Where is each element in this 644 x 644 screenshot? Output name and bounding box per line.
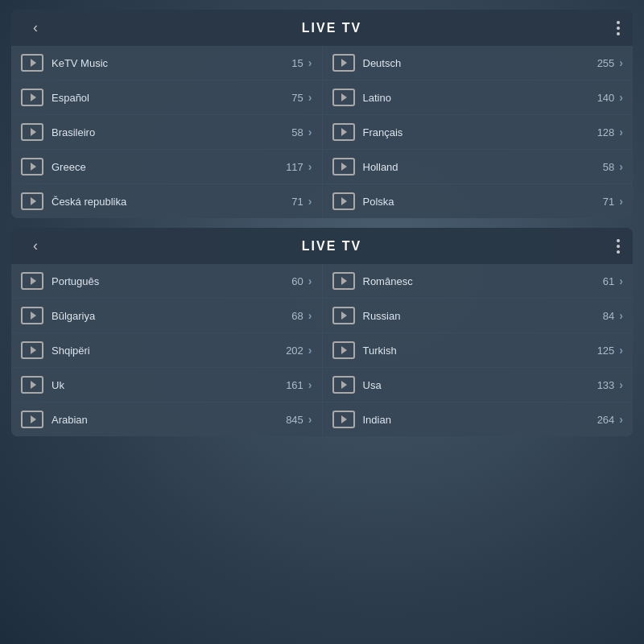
dot	[617, 27, 620, 30]
channel-item[interactable]: Shqipëri 202 ›	[11, 333, 322, 367]
channel-name: Latino	[363, 92, 597, 104]
channel-count: 133	[597, 379, 615, 391]
panel-1-grid: KeTV Music 15 › Deutsch 255 › Español 75…	[11, 46, 633, 218]
tv-icon	[21, 307, 43, 324]
channel-name: Polska	[363, 196, 603, 208]
channel-count: 202	[286, 345, 303, 357]
tv-icon	[21, 341, 43, 359]
channel-item[interactable]: Brasileiro 58 ›	[11, 115, 322, 149]
channel-count: 845	[286, 414, 303, 426]
channel-count: 255	[597, 57, 615, 69]
dot	[617, 245, 620, 248]
chevron-right-icon: ›	[308, 56, 312, 69]
channel-name: Greece	[52, 161, 286, 173]
tv-icon	[332, 376, 355, 394]
channel-name: Holland	[363, 161, 603, 173]
tv-icon	[21, 158, 43, 175]
panel-2: ‹ LIVE TV Português 60 › Românesc 61 › B…	[11, 228, 633, 436]
menu-button-1[interactable]	[617, 21, 620, 35]
channel-count: 125	[597, 345, 615, 357]
channel-count: 71	[603, 196, 614, 208]
channel-name: Español	[52, 92, 291, 104]
channel-name: Bŭlgariya	[52, 310, 291, 322]
tv-icon	[332, 411, 355, 428]
channel-name: Arabian	[52, 414, 286, 426]
channel-name: Shqipëri	[52, 345, 286, 357]
channel-item[interactable]: Uk 161 ›	[11, 368, 322, 402]
tv-icon	[332, 158, 355, 175]
channel-count: 58	[603, 161, 614, 173]
channel-name: Česká republika	[52, 196, 291, 208]
chevron-right-icon: ›	[308, 275, 312, 287]
tv-icon	[332, 54, 355, 72]
chevron-right-icon: ›	[619, 378, 623, 391]
channel-item[interactable]: Turkish 125 ›	[323, 333, 634, 367]
chevron-right-icon: ›	[619, 413, 623, 426]
chevron-right-icon: ›	[308, 160, 312, 173]
channel-item[interactable]: Holland 58 ›	[323, 150, 634, 184]
chevron-right-icon: ›	[619, 275, 623, 287]
channel-name: KeTV Music	[52, 57, 291, 69]
tv-icon	[332, 89, 355, 106]
chevron-right-icon: ›	[619, 56, 623, 69]
channel-name: Deutsch	[363, 57, 597, 69]
tv-icon	[21, 89, 43, 106]
channel-count: 140	[597, 92, 615, 104]
channel-name: Turkish	[363, 345, 597, 357]
panel-1-title: LIVE TV	[47, 21, 617, 35]
tv-icon	[21, 411, 43, 428]
channel-item[interactable]: Français 128 ›	[323, 115, 634, 149]
tv-icon	[332, 341, 355, 359]
channel-item[interactable]: Polska 71 ›	[323, 184, 634, 218]
channel-item[interactable]: Greece 117 ›	[11, 150, 322, 184]
channel-item[interactable]: Românesc 61 ›	[323, 264, 634, 298]
menu-button-2[interactable]	[617, 239, 620, 254]
channel-name: Russian	[363, 310, 603, 322]
channel-item[interactable]: Arabian 845 ›	[11, 402, 322, 436]
channel-item[interactable]: Português 60 ›	[11, 264, 322, 298]
channel-count: 264	[597, 414, 615, 426]
channel-count: 60	[291, 275, 303, 287]
chevron-right-icon: ›	[308, 126, 312, 138]
chevron-right-icon: ›	[619, 160, 623, 173]
tv-icon	[332, 307, 355, 324]
chevron-right-icon: ›	[308, 378, 312, 391]
channel-item[interactable]: Česká republika 71 ›	[11, 184, 322, 218]
dot	[617, 32, 620, 35]
channel-count: 161	[286, 379, 303, 391]
channel-item[interactable]: Russian 84 ›	[323, 299, 634, 332]
chevron-right-icon: ›	[308, 413, 312, 426]
back-button-2[interactable]: ‹	[24, 237, 47, 254]
channel-item[interactable]: Bŭlgariya 68 ›	[11, 299, 322, 332]
dot	[617, 250, 620, 254]
channel-name: Brasileiro	[52, 126, 291, 138]
channel-item[interactable]: Español 75 ›	[11, 80, 322, 114]
panel-2-grid: Português 60 › Românesc 61 › Bŭlgariya 6…	[11, 264, 633, 436]
channel-count: 84	[603, 310, 614, 322]
channel-count: 68	[291, 310, 303, 322]
panel-1: ‹ LIVE TV KeTV Music 15 › Deutsch 255 › …	[11, 10, 633, 218]
tv-icon	[332, 272, 355, 290]
channel-item[interactable]: Usa 133 ›	[323, 368, 634, 402]
channel-item[interactable]: Latino 140 ›	[323, 80, 634, 114]
channel-count: 117	[286, 161, 303, 173]
channel-count: 58	[291, 126, 303, 138]
chevron-right-icon: ›	[308, 309, 312, 322]
channel-name: Usa	[363, 379, 597, 391]
chevron-right-icon: ›	[308, 91, 312, 104]
channel-name: Français	[363, 126, 597, 138]
dot	[617, 21, 620, 24]
panel-2-title: LIVE TV	[47, 239, 617, 254]
chevron-right-icon: ›	[308, 344, 312, 357]
chevron-right-icon: ›	[308, 195, 312, 208]
channel-item[interactable]: Deutsch 255 ›	[323, 46, 634, 80]
back-button-1[interactable]: ‹	[24, 19, 47, 36]
chevron-right-icon: ›	[619, 126, 623, 138]
channel-item[interactable]: Indian 264 ›	[323, 402, 634, 436]
dot	[617, 239, 620, 242]
channel-count: 61	[603, 275, 614, 287]
panel-2-header: ‹ LIVE TV	[11, 228, 633, 264]
chevron-right-icon: ›	[619, 309, 623, 322]
chevron-right-icon: ›	[619, 344, 623, 357]
channel-item[interactable]: KeTV Music 15 ›	[11, 46, 322, 80]
